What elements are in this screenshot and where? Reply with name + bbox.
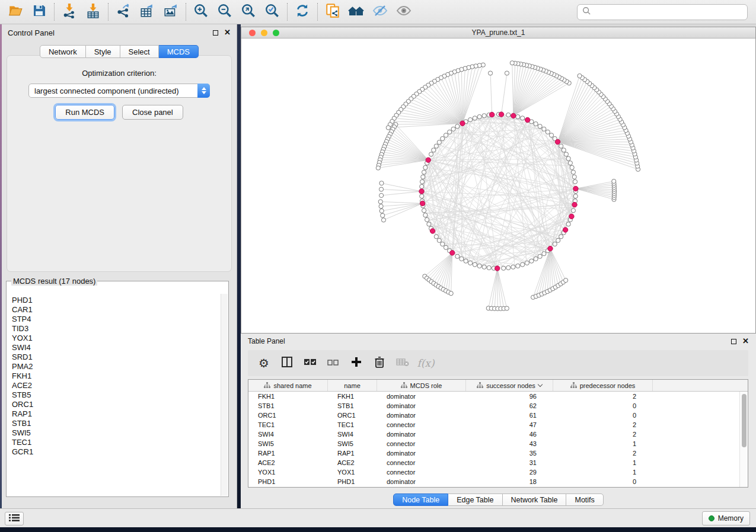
mcds-node[interactable] <box>573 186 578 191</box>
result-node-item[interactable]: ACE2 <box>12 381 221 390</box>
mcds-node[interactable] <box>555 139 560 144</box>
result-node-item[interactable]: PHD1 <box>12 296 221 305</box>
table-row[interactable]: ACE2ACE2connector311 <box>248 458 739 467</box>
tab-network-table[interactable]: Network Table <box>503 493 567 506</box>
float-panel-icon[interactable] <box>731 339 736 344</box>
mcds-node[interactable] <box>511 113 516 118</box>
close-panel-icon[interactable]: ✕ <box>224 30 231 36</box>
zoom-out-button[interactable] <box>213 2 237 22</box>
result-node-item[interactable]: STP4 <box>12 315 221 324</box>
result-node-item[interactable]: SRD1 <box>12 352 221 362</box>
first-neighbors-button[interactable] <box>344 2 368 22</box>
table-row[interactable]: TEC1TEC1connector472 <box>248 420 739 430</box>
table-scrollbar[interactable] <box>739 392 748 487</box>
network-window-titlebar[interactable]: YPA_prune.txt_1 <box>241 27 755 39</box>
table-settings-button[interactable]: ⚙ <box>256 355 272 371</box>
duplicate-network-button[interactable] <box>321 2 344 22</box>
result-node-item[interactable]: TEC1 <box>12 438 221 447</box>
table-row[interactable]: STB1STB1dominator620 <box>248 401 739 411</box>
float-panel-icon[interactable] <box>213 30 218 36</box>
tab-style[interactable]: Style <box>86 45 120 58</box>
table-row[interactable]: SWI5SWI5connector431 <box>248 439 739 448</box>
tab-network[interactable]: Network <box>40 45 86 58</box>
zoom-selected-button[interactable] <box>260 2 284 22</box>
mcds-node[interactable] <box>450 251 455 255</box>
column-header-shared-name[interactable]: shared name <box>248 380 328 391</box>
mcds-node[interactable] <box>420 201 425 206</box>
mcds-node[interactable] <box>499 112 503 117</box>
table-row[interactable]: ORC1ORC1dominator610 <box>248 411 739 420</box>
mcds-node[interactable] <box>569 214 574 219</box>
import-table-button[interactable] <box>81 2 105 22</box>
export-image-button[interactable] <box>159 2 183 22</box>
run-mcds-button[interactable]: Run MCDS <box>55 105 114 120</box>
network-canvas[interactable] <box>241 39 755 333</box>
minimize-window-icon[interactable] <box>261 30 267 36</box>
result-node-item[interactable]: STB5 <box>12 390 221 400</box>
mcds-node[interactable] <box>489 112 494 117</box>
result-node-item[interactable]: SWI4 <box>12 343 221 352</box>
select-all-columns-button[interactable] <box>302 355 318 371</box>
result-scrollbar[interactable] <box>221 294 228 496</box>
export-table-button[interactable] <box>135 2 159 22</box>
hide-selected-button[interactable] <box>368 2 392 22</box>
criterion-dropdown[interactable]: largest connected component (undirected) <box>28 84 210 98</box>
maximize-window-icon[interactable] <box>273 30 279 36</box>
result-node-item[interactable]: GCR1 <box>12 447 221 457</box>
mcds-node[interactable] <box>419 189 424 194</box>
import-network-button[interactable] <box>58 2 81 22</box>
result-node-item[interactable]: SWI5 <box>12 428 221 438</box>
column-header-successor-nodes[interactable]: successor nodes <box>466 380 553 391</box>
table-row[interactable]: PHD1PHD1dominator180 <box>248 477 739 486</box>
table-row[interactable]: SWI4SWI4dominator462 <box>248 430 739 439</box>
open-session-button[interactable] <box>4 2 27 22</box>
search-box[interactable] <box>577 4 748 20</box>
export-network-button[interactable] <box>111 2 135 22</box>
table-scrollbar-thumb[interactable] <box>742 394 747 447</box>
close-panel-icon[interactable]: ✕ <box>742 338 749 344</box>
mcds-node[interactable] <box>548 246 553 251</box>
column-header-name[interactable]: name <box>328 380 377 391</box>
show-column-button[interactable] <box>279 355 295 371</box>
result-node-item[interactable]: TID3 <box>12 324 221 334</box>
mcds-node[interactable] <box>495 266 500 271</box>
result-node-item[interactable]: RAP1 <box>12 409 221 419</box>
mcds-node[interactable] <box>460 121 465 126</box>
column-header-predecessor-nodes[interactable]: predecessor nodes <box>553 380 653 391</box>
zoom-fit-button[interactable] <box>237 2 260 22</box>
create-column-button[interactable] <box>349 355 364 371</box>
search-input[interactable] <box>595 8 742 17</box>
result-node-item[interactable]: FKH1 <box>12 371 221 381</box>
result-node-item[interactable]: STB1 <box>12 419 221 428</box>
delete-table-button[interactable] <box>395 355 410 371</box>
zoom-in-button[interactable] <box>189 2 213 22</box>
tab-node-table[interactable]: Node Table <box>393 493 448 506</box>
tab-motifs[interactable]: Motifs <box>566 493 603 506</box>
show-all-button[interactable] <box>392 2 416 22</box>
table-row[interactable]: FKH1FKH1dominator962 <box>248 392 739 401</box>
mcds-node[interactable] <box>572 202 577 207</box>
network-view[interactable] <box>241 39 755 333</box>
mcds-node[interactable] <box>430 229 435 233</box>
show-panels-button[interactable] <box>5 512 24 525</box>
mcds-node[interactable] <box>525 117 529 122</box>
mcds-node[interactable] <box>563 227 567 232</box>
deselect-all-columns-button[interactable] <box>326 355 341 371</box>
delete-column-button[interactable] <box>372 355 387 371</box>
table-row[interactable]: YOX1YOX1connector291 <box>248 467 739 477</box>
column-header-MCDS-role[interactable]: MCDS role <box>377 380 466 391</box>
close-window-icon[interactable] <box>249 30 256 36</box>
function-builder-button[interactable]: f(x) <box>418 355 433 371</box>
tab-mcds[interactable]: MCDS <box>159 45 199 58</box>
tab-edge-table[interactable]: Edge Table <box>448 493 502 506</box>
mcds-node[interactable] <box>426 158 430 162</box>
refresh-layout-button[interactable] <box>291 2 314 22</box>
result-node-item[interactable]: YOX1 <box>12 334 221 343</box>
table-row[interactable]: RAP1RAP1dominator352 <box>248 448 739 458</box>
tab-select[interactable]: Select <box>120 45 159 58</box>
close-panel-button[interactable]: Close panel <box>122 105 183 120</box>
result-node-item[interactable]: ORC1 <box>12 400 221 409</box>
result-node-item[interactable]: CAR1 <box>12 305 221 315</box>
save-session-button[interactable] <box>27 2 51 22</box>
memory-button[interactable]: Memory <box>702 511 750 525</box>
